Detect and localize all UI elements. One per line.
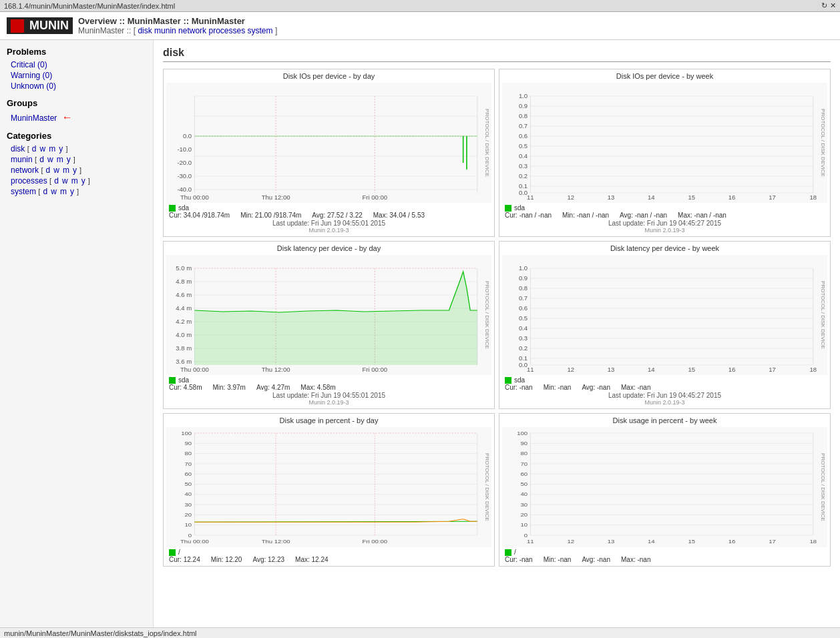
chart-usage-week-legend: / Cur: -nan Min: -nan Avg: -nan Max: -na… [502, 549, 827, 563]
svg-text:4.0 m: 4.0 m [176, 332, 192, 338]
ios-week-cur: Cur: -nan / -nan [505, 212, 552, 219]
chart-usage-week[interactable]: Disk usage in percent - by week [499, 413, 831, 567]
breadcrumb-disk[interactable]: disk [138, 26, 152, 35]
chart-ios-day[interactable]: Disk IOs per device - by day [163, 69, 495, 237]
chart-ios-week-area: 11 12 13 14 15 16 17 18 1.0 0.9 0.8 0.7 … [502, 83, 827, 203]
svg-text:12: 12 [567, 366, 574, 373]
category-munin: munin [ d w m y ] [7, 154, 146, 165]
unknown-item[interactable]: Unknown (0) [7, 81, 146, 91]
svg-text:100: 100 [181, 430, 192, 436]
chart-usage-week-area: 11 12 13 14 15 16 17 18 100 90 80 70 60 … [502, 427, 827, 547]
breadcrumb-network[interactable]: network [178, 26, 206, 35]
cat-system-y[interactable]: y [70, 187, 74, 196]
usage-week-max: Max: -nan [621, 556, 650, 563]
chart-latency-week-svg: 11 12 13 14 15 16 17 18 1.0 0.9 0.8 0.7 … [502, 255, 827, 375]
legend-color-latency-week [505, 377, 511, 384]
legend-color-usage-day [169, 549, 176, 556]
chart-ios-week[interactable]: Disk IOs per device - by week [499, 69, 831, 237]
svg-text:0.1: 0.1 [519, 355, 528, 362]
legend-color-sda-week [505, 205, 511, 212]
svg-text:Thu 00:00: Thu 00:00 [180, 194, 209, 201]
unknown-link[interactable]: Unknown (0) [11, 81, 56, 91]
status-url: munin/MuninMaster/MuninMaster/diskstats_… [4, 629, 197, 637]
chart-usage-day[interactable]: Disk usage in percent - by day [163, 413, 495, 567]
ios-day-last-update: Last update: Fri Jun 19 04:55:01 2015 [169, 220, 489, 227]
chart-ios-week-svg: 11 12 13 14 15 16 17 18 1.0 0.9 0.8 0.7 … [502, 83, 827, 203]
critical-link[interactable]: Critical (0) [11, 60, 47, 69]
stop-icon[interactable]: ✕ [830, 1, 836, 10]
cat-network-m[interactable]: m [63, 166, 69, 175]
chart-usage-day-legend: / Cur: 12.24 Min: 12.20 Avg: 12.23 Max: … [166, 549, 491, 563]
muninmaster-link[interactable]: MuninMaster [11, 113, 57, 123]
cat-munin-d[interactable]: d [39, 155, 44, 164]
munin-logo-icon [11, 19, 24, 33]
svg-text:4.6 m: 4.6 m [176, 292, 192, 298]
cat-processes-m[interactable]: m [71, 176, 78, 186]
breadcrumb-munin[interactable]: munin [154, 26, 176, 35]
cat-system-link[interactable]: system [11, 187, 36, 196]
svg-text:50: 50 [185, 481, 192, 487]
chart-latency-day[interactable]: Disk latency per device - by day [163, 241, 495, 409]
cat-processes-link[interactable]: processes [11, 176, 47, 186]
svg-text:20: 20 [521, 512, 528, 518]
chart-latency-week[interactable]: Disk latency per device - by week [499, 241, 831, 409]
cat-munin-m[interactable]: m [57, 155, 63, 164]
svg-text:80: 80 [185, 450, 192, 456]
chart-ios-day-svg: 0.0 -10.0 -20.0 -30.0 -40.0 Thu 00:00 Th… [166, 83, 491, 203]
ios-day-max: Max: 34.04 / 5.53 [373, 212, 425, 219]
status-bar: munin/MuninMaster/MuninMaster/diskstats_… [0, 627, 840, 638]
cat-network-d[interactable]: d [46, 166, 51, 175]
svg-text:17: 17 [769, 366, 776, 373]
svg-text:0: 0 [188, 532, 192, 538]
url-bar[interactable]: 168.1.4/munin/MuninMaster/MuninMaster/in… [4, 2, 821, 10]
cat-disk-brackets: [ d w m y ] [27, 145, 68, 153]
latency-day-version: Munin 2.0.19-3 [169, 399, 489, 406]
cat-munin-link[interactable]: munin [11, 155, 33, 164]
svg-text:0.8: 0.8 [519, 113, 528, 119]
chart-usage-day-title: Disk usage in percent - by day [166, 416, 491, 424]
latency-day-rotated-label: PROTOCOL / DISK DEVICE [484, 281, 490, 349]
svg-text:Thu 12:00: Thu 12:00 [262, 538, 290, 544]
cat-network-link[interactable]: network [11, 166, 39, 175]
cat-disk-y[interactable]: y [59, 144, 63, 153]
svg-text:1.0: 1.0 [519, 93, 528, 99]
breadcrumb-processes[interactable]: processes [208, 26, 245, 35]
cat-munin-y[interactable]: y [67, 155, 71, 164]
svg-text:60: 60 [521, 471, 528, 477]
svg-text:0.5: 0.5 [519, 315, 528, 322]
svg-text:13: 13 [608, 194, 615, 201]
cat-processes-d[interactable]: d [54, 176, 59, 186]
svg-text:0.4: 0.4 [519, 325, 528, 332]
svg-text:4.8 m: 4.8 m [176, 278, 192, 285]
svg-text:3.6 m: 3.6 m [176, 358, 192, 365]
cat-disk-link[interactable]: disk [11, 144, 25, 153]
cat-network-y[interactable]: y [73, 166, 77, 175]
chart-ios-week-title: Disk IOs per device - by week [502, 72, 827, 80]
cat-system-d[interactable]: d [43, 187, 47, 196]
cat-processes-y[interactable]: y [81, 176, 85, 186]
cat-system-w[interactable]: w [51, 187, 57, 196]
cat-disk-d[interactable]: d [32, 144, 37, 153]
refresh-icon[interactable]: ↻ [821, 1, 827, 10]
cat-network-w[interactable]: w [53, 166, 59, 175]
svg-text:13: 13 [608, 538, 615, 544]
svg-text:100: 100 [517, 430, 528, 436]
cat-system-m[interactable]: m [60, 187, 67, 196]
svg-text:0.3: 0.3 [519, 335, 528, 342]
legend-color-usage-week [505, 549, 511, 556]
critical-item[interactable]: Critical (0) [7, 59, 146, 70]
cat-munin-w[interactable]: w [47, 155, 53, 164]
svg-text:Thu 00:00: Thu 00:00 [180, 538, 209, 544]
svg-text:20: 20 [185, 512, 192, 518]
warning-link[interactable]: Warning (0) [11, 71, 52, 80]
svg-text:0.8: 0.8 [519, 285, 528, 292]
breadcrumb-system[interactable]: system [248, 26, 273, 35]
cat-disk-m[interactable]: m [49, 144, 55, 153]
latency-week-version: Munin 2.0.19-3 [505, 399, 825, 406]
warning-item[interactable]: Warning (0) [7, 70, 146, 81]
svg-text:4.4 m: 4.4 m [176, 305, 192, 312]
svg-text:11: 11 [527, 194, 534, 201]
cat-processes-w[interactable]: w [62, 176, 68, 186]
svg-text:Fri 00:00: Fri 00:00 [363, 366, 388, 373]
cat-disk-w[interactable]: w [40, 144, 46, 153]
